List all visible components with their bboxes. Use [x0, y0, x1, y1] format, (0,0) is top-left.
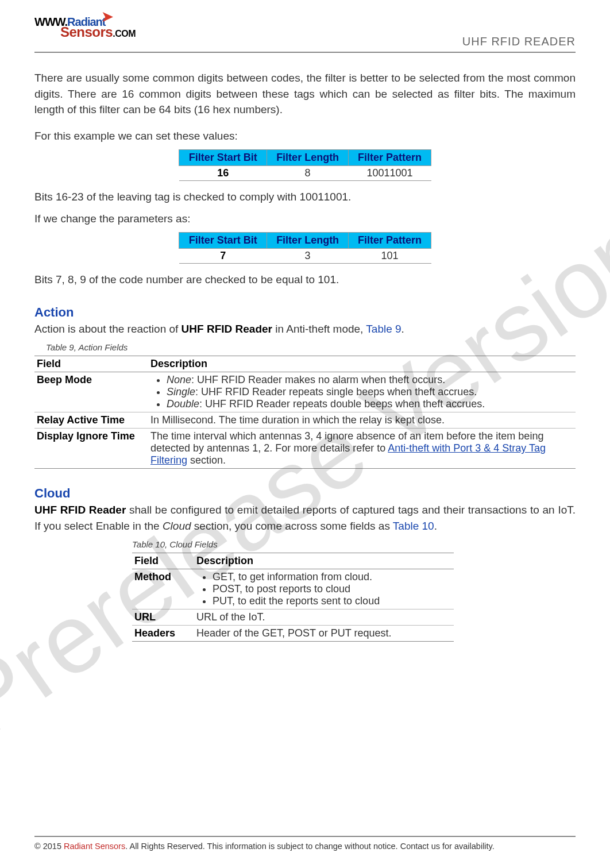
table-9-wrap: Table 9, Action Fields Field Description… — [34, 342, 576, 469]
footer-copy-a: © 2015 — [34, 842, 64, 851]
table-row: Display Ignore Time The time interval wh… — [34, 429, 576, 469]
table-row: Headers Header of the GET, POST or PUT r… — [132, 626, 454, 642]
table-row: Relay Active Time In Millisecond. The ti… — [34, 412, 576, 429]
action-intro-bold: UHF RFID Reader — [182, 323, 272, 335]
t10-col-field: Field — [132, 553, 194, 569]
brand-logo: WWW.Radiant➤ Sensors.COM — [34, 9, 167, 40]
beep-none-label: None — [167, 374, 191, 385]
table-row: Beep Mode None: UHF RFID Reader makes no… — [34, 372, 576, 412]
beep-single-text: : UHF RFID Reader repeats single beeps w… — [195, 386, 477, 398]
action-intro-b: in Anti-theft mode, — [272, 323, 366, 335]
document-title: UHF RFID READER — [462, 35, 576, 48]
filter1-length: 8 — [267, 166, 349, 181]
beep-double-text: : UHF RFID Reader repeats double beeps w… — [199, 398, 485, 410]
table-10-caption: Table 10, Cloud Fields — [132, 539, 576, 549]
t9-col-field: Field — [34, 356, 148, 372]
action-intro: Action is about the reaction of UHF RFID… — [34, 321, 576, 337]
logo-sensors: Sensors — [60, 24, 113, 40]
beep-none-text: : UHF RFID Reader makes no alarm when th… — [191, 374, 445, 385]
beep-single-label: Single — [167, 386, 195, 398]
action-intro-a: Action is about the reaction of — [34, 323, 182, 335]
table-row: URL URL of the IoT. — [132, 609, 454, 626]
filter-header-pattern: Filter Pattern — [348, 233, 431, 249]
t9-beep-field: Beep Mode — [34, 372, 148, 412]
logo-com: .COM — [113, 29, 136, 38]
filter-header-start: Filter Start Bit — [179, 150, 267, 166]
cloud-intro-end: . — [434, 520, 437, 532]
t10-col-desc: Description — [194, 553, 454, 569]
footer-copy-b: . All Rights Reserved. This information … — [125, 842, 495, 851]
t10-headers-field: Headers — [132, 626, 194, 642]
after-filter1-text: Bits 16-23 of the leaving tag is checked… — [34, 189, 576, 205]
filter2-pattern: 101 — [348, 249, 431, 264]
cloud-table-ref[interactable]: Table 10 — [393, 520, 434, 532]
list-item: Single: UHF RFID Reader repeats single b… — [167, 386, 573, 398]
section-cloud-heading: Cloud — [34, 486, 576, 501]
page-header: WWW.Radiant➤ Sensors.COM UHF RFID READER — [34, 11, 576, 53]
cloud-intro-italic: Cloud — [163, 520, 191, 532]
filter-header-length: Filter Length — [267, 233, 349, 249]
t10-method-field: Method — [132, 569, 194, 609]
cloud-intro: UHF RFID Reader shall be configured to e… — [34, 502, 576, 534]
section-action-heading: Action — [34, 305, 576, 320]
cloud-intro-b: section, you come across some fields as — [191, 520, 393, 532]
filter-header-pattern: Filter Pattern — [348, 150, 431, 166]
list-item: PUT, to edit the reports sent to cloud — [213, 595, 451, 607]
t9-relay-field: Relay Active Time — [34, 412, 148, 429]
t10-url-field: URL — [132, 609, 194, 626]
action-table-ref[interactable]: Table 9 — [366, 323, 401, 335]
t9-display-field: Display Ignore Time — [34, 429, 148, 469]
beep-double-label: Double — [167, 398, 199, 410]
filter-table-1: Filter Start Bit Filter Length Filter Pa… — [34, 149, 576, 181]
filter-table-2: Filter Start Bit Filter Length Filter Pa… — [34, 232, 576, 264]
t10-headers-text: Header of the GET, POST or PUT request. — [194, 626, 454, 642]
list-item: GET, to get information from cloud. — [213, 571, 451, 583]
table-10: Field Description Method GET, to get inf… — [132, 553, 454, 642]
page-footer: © 2015 Radiant Sensors. All Rights Reser… — [34, 836, 576, 851]
display-ignore-b: section. — [187, 454, 226, 466]
t9-col-desc: Description — [148, 356, 576, 372]
list-item: Double: UHF RFID Reader repeats double b… — [167, 398, 573, 410]
t9-relay-text: In Millisecond. The time duration in whi… — [148, 412, 576, 429]
filter2-start: 7 — [179, 249, 267, 264]
table-9: Field Description Beep Mode None: UHF RF… — [34, 356, 576, 469]
filter2-length: 3 — [267, 249, 349, 264]
filter-header-length: Filter Length — [267, 150, 349, 166]
cloud-intro-bold: UHF RFID Reader — [34, 504, 126, 516]
footer-brand: Radiant Sensors — [64, 842, 125, 851]
action-intro-end: . — [401, 323, 404, 335]
after-filter2-text: Bits 7, 8, 9 of the code number are chec… — [34, 272, 576, 288]
intro-paragraph-2: For this example we can set these values… — [34, 128, 576, 144]
filter-header-start: Filter Start Bit — [179, 233, 267, 249]
filter1-pattern: 10011001 — [348, 166, 431, 181]
table-10-wrap: Table 10, Cloud Fields Field Description… — [132, 539, 576, 642]
table-row: Method GET, to get information from clou… — [132, 569, 454, 609]
filter1-start: 16 — [179, 166, 267, 181]
before-filter2-text: If we change the parameters as: — [34, 211, 576, 227]
t9-display-text: The time interval which antennas 3, 4 ig… — [148, 429, 576, 469]
t10-url-text: URL of the IoT. — [194, 609, 454, 626]
intro-paragraph-1: There are usually some common digits bet… — [34, 70, 576, 118]
list-item: None: UHF RFID Reader makes no alarm whe… — [167, 374, 573, 386]
table-9-caption: Table 9, Action Fields — [46, 342, 576, 352]
logo-swoosh-icon: ➤ — [102, 9, 113, 24]
list-item: POST, to post reports to cloud — [213, 583, 451, 595]
